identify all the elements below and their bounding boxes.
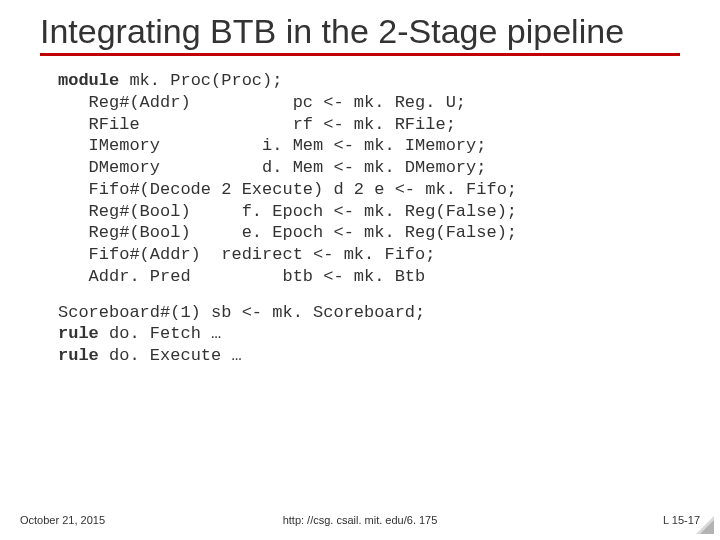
code-line-4: IMemory i. Mem <- mk. IMemory; <box>58 136 486 155</box>
code-line-1: mk. Proc(Proc); <box>119 71 282 90</box>
code-line-9: Fifo#(Addr) redirect <- mk. Fifo; <box>58 245 435 264</box>
code-line-8: Reg#(Bool) e. Epoch <- mk. Reg(False); <box>58 223 517 242</box>
code-line-10: Addr. Pred btb <- mk. Btb <box>58 267 425 286</box>
code-line-3: RFile rf <- mk. RFile; <box>58 115 456 134</box>
page-curl-icon <box>696 516 714 534</box>
code-line-b2-2: do. Fetch … <box>99 324 221 343</box>
footer-date: October 21, 2015 <box>20 514 160 526</box>
code-line-5: DMemory d. Mem <- mk. DMemory; <box>58 158 486 177</box>
keyword-rule-2: rule <box>58 346 99 365</box>
code-line-6: Fifo#(Decode 2 Execute) d 2 e <- mk. Fif… <box>58 180 517 199</box>
title-underline <box>40 53 680 56</box>
footer-url: http: //csg. csail. mit. edu/6. 175 <box>160 514 560 526</box>
keyword-module: module <box>58 71 119 90</box>
code-block-2: Scoreboard#(1) sb <- mk. Scoreboard; rul… <box>40 302 680 367</box>
footer-page: L 15-17 <box>560 514 700 526</box>
code-line-b2-1: Scoreboard#(1) sb <- mk. Scoreboard; <box>58 303 425 322</box>
slide-title: Integrating BTB in the 2-Stage pipeline <box>40 12 680 51</box>
code-block-1: module mk. Proc(Proc); Reg#(Addr) pc <- … <box>40 70 680 288</box>
code-line-2: Reg#(Addr) pc <- mk. Reg. U; <box>58 93 466 112</box>
footer: October 21, 2015 http: //csg. csail. mit… <box>0 514 720 526</box>
code-line-b2-3: do. Execute … <box>99 346 242 365</box>
slide: Integrating BTB in the 2-Stage pipeline … <box>0 0 720 540</box>
code-line-7: Reg#(Bool) f. Epoch <- mk. Reg(False); <box>58 202 517 221</box>
keyword-rule-1: rule <box>58 324 99 343</box>
